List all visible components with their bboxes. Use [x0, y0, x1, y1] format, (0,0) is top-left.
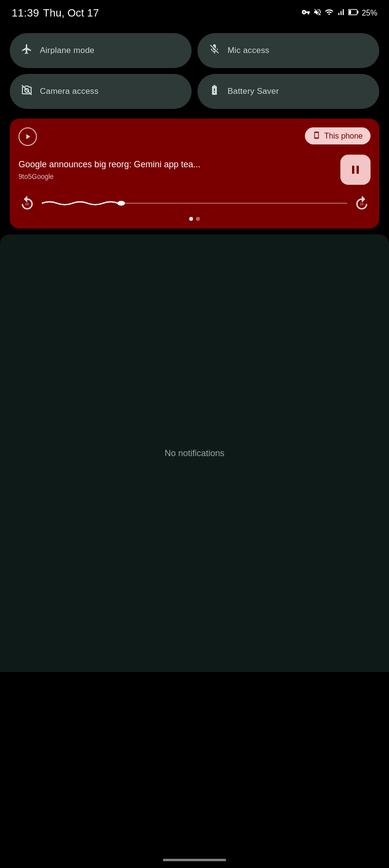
- progress-bar[interactable]: [42, 196, 347, 210]
- airplane-mode-label: Airplane mode: [40, 46, 94, 55]
- camera-off-icon: [20, 84, 33, 99]
- battery-saver-icon: [208, 84, 221, 99]
- battery-saver-tile[interactable]: Battery Saver: [197, 74, 379, 109]
- media-title: Google announces big reorg: Gemini app t…: [18, 159, 334, 170]
- no-notifications-label: No notifications: [164, 448, 224, 459]
- status-date: Thu, Oct 17: [43, 7, 99, 19]
- svg-text:10: 10: [25, 202, 29, 206]
- status-bar: 11:39 Thu, Oct 17: [0, 0, 389, 25]
- home-indicator[interactable]: [163, 859, 226, 861]
- airplane-mode-tile[interactable]: Airplane mode: [10, 33, 192, 68]
- camera-access-label: Camera access: [40, 87, 99, 96]
- phone-icon: [313, 131, 320, 141]
- forward-button[interactable]: 10: [353, 195, 371, 212]
- mic-access-tile[interactable]: Mic access: [197, 33, 379, 68]
- mute-icon: [313, 8, 322, 18]
- quick-settings: Airplane mode Mic access Camera access B…: [0, 25, 389, 115]
- media-header: This phone: [18, 127, 371, 146]
- device-badge-label: This phone: [324, 132, 363, 141]
- camera-access-tile[interactable]: Camera access: [10, 74, 192, 109]
- media-source: 9to5Google: [18, 173, 334, 180]
- svg-point-5: [117, 201, 125, 206]
- signal-icon: [336, 8, 345, 18]
- media-device-badge[interactable]: This phone: [305, 127, 371, 144]
- pagination-dot-2: [196, 217, 200, 221]
- vpn-key-icon: [301, 8, 310, 18]
- media-controls: 10 10: [18, 195, 371, 212]
- rewind-button[interactable]: 10: [18, 195, 36, 212]
- airplane-icon: [20, 43, 33, 58]
- mic-off-icon: [208, 43, 221, 58]
- svg-rect-2: [349, 10, 351, 14]
- media-app-icon: [18, 127, 37, 146]
- status-time: 11:39: [12, 7, 39, 19]
- svg-rect-1: [357, 11, 358, 14]
- notification-area: No notifications: [0, 234, 389, 672]
- media-content: Google announces big reorg: Gemini app t…: [18, 155, 371, 185]
- svg-text:10: 10: [360, 202, 364, 206]
- status-left: 11:39 Thu, Oct 17: [12, 7, 99, 19]
- media-pause-button[interactable]: [340, 155, 371, 185]
- battery-saver-label: Battery Saver: [228, 87, 279, 96]
- pagination-dot-1: [189, 217, 193, 221]
- mic-access-label: Mic access: [228, 46, 269, 55]
- battery-percent: 25%: [362, 9, 377, 18]
- wifi-icon: [325, 8, 334, 18]
- battery-icon: [348, 9, 359, 18]
- media-info: Google announces big reorg: Gemini app t…: [18, 159, 334, 180]
- media-pagination-dots: [18, 217, 371, 221]
- status-right: 25%: [301, 8, 377, 18]
- media-player-card: This phone Google announces big reorg: G…: [10, 119, 379, 229]
